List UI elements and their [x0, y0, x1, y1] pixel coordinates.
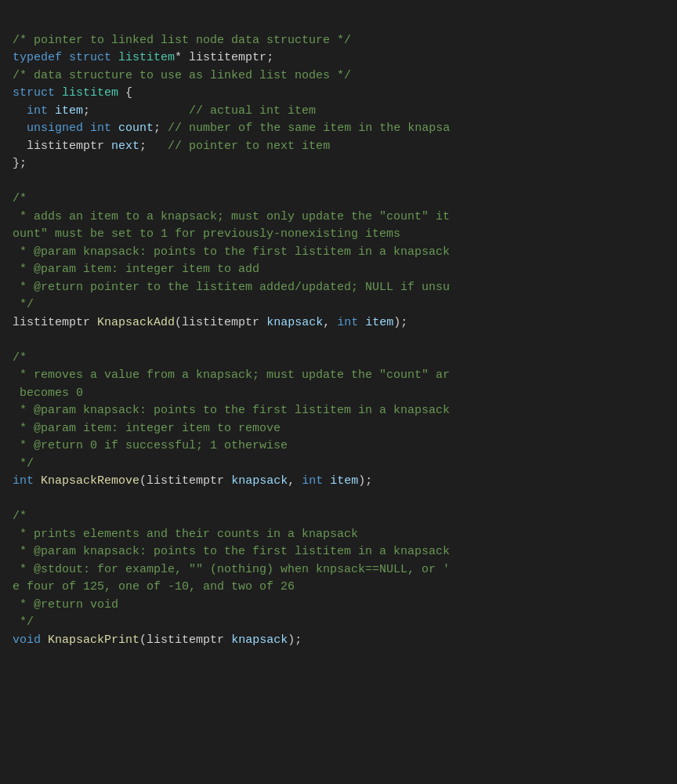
- code-line: int KnapsackRemove(listitemptr knapsack,…: [13, 473, 664, 491]
- code-line: * @param knapsack: points to the first l…: [13, 543, 664, 561]
- code-line: listitemptr next; // pointer to next ite…: [13, 138, 664, 156]
- code-editor: /* pointer to linked list node data stru…: [0, 8, 677, 655]
- code-line: * @param item: integer item to remove: [13, 420, 664, 438]
- code-line: * @return void: [13, 597, 664, 615]
- code-line: listitemptr KnapsackAdd(listitemptr knap…: [13, 314, 664, 332]
- code-line: [13, 491, 664, 509]
- code-line: * @return pointer to the listitem added/…: [13, 279, 664, 297]
- code-line: /*: [13, 350, 664, 368]
- code-line: [13, 332, 664, 350]
- code-line: /* data structure to use as linked list …: [13, 67, 664, 85]
- code-line: unsigned int count; // number of the sam…: [13, 120, 664, 138]
- code-line: typedef struct listitem* listitemptr;: [13, 49, 664, 67]
- code-line: * prints elements and their counts in a …: [13, 526, 664, 544]
- code-line: * adds an item to a knapsack; must only …: [13, 209, 664, 227]
- code-line: * @param knapsack: points to the first l…: [13, 244, 664, 262]
- code-line: * @return 0 if successful; 1 otherwise: [13, 437, 664, 456]
- code-line: };: [13, 155, 664, 173]
- code-line: * @param item: integer item to add: [13, 261, 664, 279]
- code-line: */: [13, 614, 664, 632]
- code-line: ount" must be set to 1 for previously-no…: [13, 226, 664, 244]
- code-line: becomes 0: [13, 385, 664, 403]
- code-line: int item; // actual int item: [13, 103, 664, 121]
- code-line: /*: [13, 191, 664, 209]
- code-line: * removes a value from a knapsack; must …: [13, 367, 664, 385]
- code-line: /*: [13, 508, 664, 526]
- code-line: /* pointer to linked list node data stru…: [13, 32, 664, 50]
- code-line: */: [13, 296, 664, 314]
- code-line: [13, 173, 664, 191]
- code-line: * @stdout: for example, "" (nothing) whe…: [13, 561, 664, 579]
- code-line: e four of 125, one of -10, and two of 26: [13, 579, 664, 597]
- code-line: void KnapsackPrint(listitemptr knapsack)…: [13, 632, 664, 650]
- code-line: */: [13, 456, 664, 474]
- code-line: struct listitem {: [13, 85, 664, 103]
- code-line: * @param knapsack: points to the first l…: [13, 402, 664, 420]
